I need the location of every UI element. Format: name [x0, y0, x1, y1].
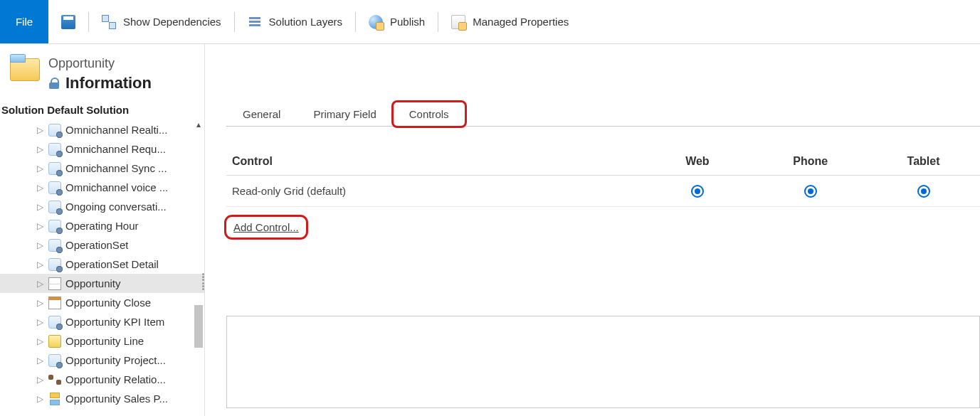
radio-web[interactable] — [641, 176, 754, 207]
tree-item-label: Opportunity KPI Item — [65, 316, 164, 328]
tree-item[interactable]: ▷OperationSet Detail — [0, 255, 204, 274]
dependencies-icon — [102, 15, 116, 29]
solution-label: Solution Default Solution — [0, 100, 204, 120]
radio-selected-icon — [917, 185, 930, 198]
tree-item[interactable]: ▷OperationSet — [0, 235, 204, 255]
controls-table: Control Web Phone Tablet Read-only Grid … — [226, 148, 980, 207]
gear-icon — [48, 354, 61, 367]
table-icon — [48, 277, 61, 290]
managed-properties-label: Managed Properties — [473, 16, 569, 28]
tree-item-label: Opportunity — [65, 277, 121, 289]
expand-icon[interactable]: ▷ — [37, 376, 44, 383]
solution-layers-button[interactable]: Solution Layers — [235, 10, 355, 34]
publish-button[interactable]: Publish — [356, 10, 438, 34]
content-panel: GeneralPrimary FieldControls Control Web… — [205, 44, 980, 416]
scrollbar-thumb[interactable] — [194, 305, 203, 348]
radio-selected-icon — [691, 185, 704, 198]
toolbar: File Show Dependencies Solution Layers P… — [0, 0, 980, 44]
solution-layers-label: Solution Layers — [269, 16, 342, 28]
expand-icon[interactable]: ▷ — [37, 299, 44, 306]
tree-item[interactable]: ▷Opportunity Line — [0, 331, 204, 351]
tree-item-label: Opportunity Sales P... — [65, 393, 168, 405]
tree-item[interactable]: ▷Omnichannel Sync ... — [0, 159, 204, 178]
entity-name: Opportunity — [48, 54, 152, 71]
tree-item-label: Omnichannel Sync ... — [65, 162, 167, 174]
scroll-up-icon[interactable]: ▴ — [194, 120, 203, 129]
radio-phone[interactable] — [754, 176, 867, 207]
lock-icon — [48, 78, 60, 89]
col-phone: Phone — [754, 148, 867, 176]
tree-item[interactable]: ▷Opportunity Project... — [0, 351, 204, 370]
relation-icon — [48, 373, 61, 386]
tab-primary-field[interactable]: Primary Field — [297, 102, 392, 127]
gear-icon — [48, 201, 61, 213]
layers-icon — [248, 15, 262, 29]
managed-properties-button[interactable]: Managed Properties — [438, 10, 581, 34]
calendar-icon — [48, 297, 61, 309]
tree-item[interactable]: ▷Omnichannel voice ... — [0, 178, 204, 197]
tree-item-label: Omnichannel voice ... — [65, 181, 168, 193]
expand-icon[interactable]: ▷ — [37, 395, 44, 402]
add-control-link[interactable]: Add Control... — [226, 217, 306, 238]
tree-item[interactable]: ▷Opportunity KPI Item — [0, 312, 204, 331]
tree-item[interactable]: ▷Operating Hour — [0, 216, 204, 235]
expand-icon[interactable]: ▷ — [37, 261, 44, 268]
managed-properties-icon — [451, 15, 465, 29]
flow-icon — [48, 393, 61, 405]
tree-item[interactable]: ▷Omnichannel Realti... — [0, 120, 204, 139]
gear-icon — [48, 258, 61, 271]
save-icon[interactable] — [61, 15, 75, 29]
expand-icon[interactable]: ▷ — [37, 319, 44, 326]
show-dependencies-button[interactable]: Show Dependencies — [89, 10, 234, 34]
tree-item-label: Omnichannel Realti... — [65, 124, 167, 136]
navigation-tree: ▴ ▷Omnichannel Realti...▷Omnichannel Req… — [0, 120, 204, 416]
table-row[interactable]: Read-only Grid (default) — [226, 176, 980, 207]
publish-icon — [369, 15, 383, 29]
show-dependencies-label: Show Dependencies — [123, 16, 221, 28]
detail-pane — [226, 316, 980, 408]
tree-item[interactable]: ▷Opportunity — [0, 274, 204, 293]
tree-item[interactable]: ▷Opportunity Close — [0, 293, 204, 312]
expand-icon[interactable]: ▷ — [37, 338, 44, 345]
tree-item-label: Opportunity Line — [65, 335, 144, 347]
gear-icon — [48, 239, 61, 252]
radio-tablet[interactable] — [867, 176, 980, 207]
tree-item-label: Opportunity Close — [65, 297, 151, 309]
control-name: Read-only Grid (default) — [226, 176, 641, 207]
tree-item-label: Opportunity Relatio... — [65, 373, 166, 385]
tab-controls[interactable]: Controls — [393, 102, 465, 127]
radio-selected-icon — [804, 185, 817, 198]
gear-icon — [48, 143, 61, 156]
tree-item-label: Opportunity Project... — [65, 354, 166, 366]
col-tablet: Tablet — [867, 148, 980, 176]
money-icon — [48, 335, 61, 348]
entity-subtitle: Information — [65, 74, 152, 92]
tree-item[interactable]: ▷Opportunity Relatio... — [0, 370, 204, 389]
expand-icon[interactable]: ▷ — [37, 223, 44, 230]
gear-icon — [48, 220, 61, 233]
col-control: Control — [226, 148, 641, 176]
tab-bar: GeneralPrimary FieldControls — [226, 101, 980, 127]
tree-item[interactable]: ▷Omnichannel Requ... — [0, 139, 204, 159]
publish-label: Publish — [390, 16, 425, 28]
tree-item-label: Omnichannel Requ... — [65, 143, 166, 155]
left-panel: Opportunity Information Solution Default… — [0, 44, 205, 416]
gear-icon — [48, 316, 61, 329]
expand-icon[interactable]: ▷ — [37, 242, 44, 249]
expand-icon[interactable]: ▷ — [37, 146, 44, 153]
expand-icon[interactable]: ▷ — [37, 280, 44, 287]
expand-icon[interactable]: ▷ — [37, 165, 44, 172]
folder-icon — [10, 54, 40, 81]
expand-icon[interactable]: ▷ — [37, 357, 44, 364]
tree-item[interactable]: ▷Ongoing conversati... — [0, 197, 204, 216]
gear-icon — [48, 181, 61, 194]
file-menu[interactable]: File — [0, 0, 48, 43]
expand-icon[interactable]: ▷ — [37, 184, 44, 191]
expand-icon[interactable]: ▷ — [37, 203, 44, 210]
tree-item[interactable]: ▷Opportunity Sales P... — [0, 389, 204, 408]
gear-icon — [48, 124, 61, 137]
tab-general[interactable]: General — [226, 102, 297, 127]
tree-item-label: OperationSet Detail — [65, 258, 159, 270]
tree-item-label: Ongoing conversati... — [65, 201, 167, 213]
expand-icon[interactable]: ▷ — [37, 127, 44, 134]
